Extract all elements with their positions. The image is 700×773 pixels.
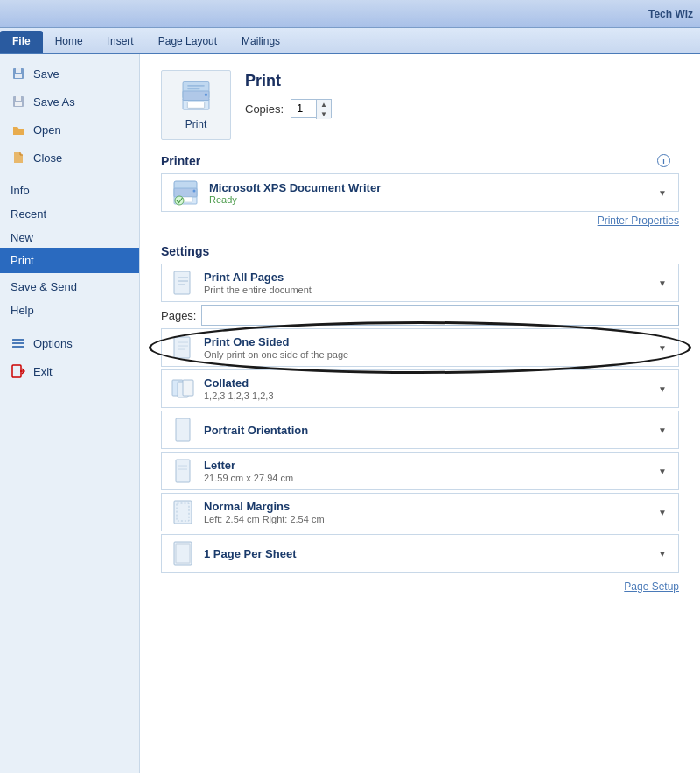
svg-rect-4: [16, 96, 21, 101]
tab-home[interactable]: Home: [43, 31, 95, 53]
pages-per-sheet-icon: [171, 541, 195, 566]
tab-mailings[interactable]: Mailings: [229, 31, 292, 53]
settings-row-pages-per-sheet[interactable]: 1 Page Per Sheet ▼: [161, 534, 679, 573]
portrait-dropdown[interactable]: ▼: [655, 423, 669, 437]
svg-rect-16: [187, 85, 204, 87]
letter-dropdown[interactable]: ▼: [655, 464, 669, 478]
settings-row-print-all-pages[interactable]: Print All Pages Print the entire documen…: [161, 264, 679, 302]
content-area: Print Print Copies: 1 ▲ ▼: [140, 54, 700, 773]
portrait-info: Portrait Orientation: [204, 424, 647, 437]
svg-rect-17: [187, 88, 200, 89]
svg-rect-41: [174, 542, 192, 565]
tab-insert[interactable]: Insert: [95, 31, 146, 53]
tab-page-layout[interactable]: Page Layout: [146, 31, 229, 53]
sidebar-item-save-label: Save: [33, 67, 60, 81]
copies-value: 1: [291, 100, 316, 117]
pages-per-sheet-dropdown[interactable]: ▼: [655, 546, 669, 560]
pages-input[interactable]: [201, 305, 679, 326]
print-one-sided-info: Print One Sided Only print on one side o…: [204, 335, 647, 360]
margins-icon: [171, 500, 195, 524]
collated-info: Collated 1,2,3 1,2,3 1,2,3: [204, 376, 647, 401]
svg-rect-1: [16, 68, 21, 73]
sidebar-item-exit-label: Exit: [33, 365, 52, 378]
print-one-sided-dropdown[interactable]: ▼: [655, 341, 669, 355]
copies-spinner: ▲ ▼: [316, 100, 331, 119]
settings-row-letter[interactable]: Letter 21.59 cm x 27.94 cm ▼: [161, 452, 679, 490]
pages-row: Pages:: [161, 305, 679, 326]
pages-per-sheet-info: 1 Page Per Sheet: [204, 547, 647, 560]
sidebar-item-save[interactable]: Save: [0, 60, 139, 88]
sidebar-item-exit[interactable]: Exit: [0, 357, 139, 385]
svg-rect-36: [176, 460, 190, 482]
sidebar-item-new[interactable]: New: [0, 224, 139, 248]
copies-decrement[interactable]: ▼: [317, 109, 331, 119]
sidebar-item-recent[interactable]: Recent: [0, 200, 139, 224]
sidebar-item-save-send[interactable]: Save & Send: [0, 273, 139, 297]
doc-icon: [171, 271, 195, 295]
printer-dropdown-arrow[interactable]: ▼: [655, 186, 669, 200]
printer-info-icon[interactable]: i: [657, 154, 670, 167]
print-one-sided-subtitle: Only print on one side of the page: [204, 349, 647, 360]
svg-rect-28: [174, 337, 190, 358]
sidebar-item-help[interactable]: Help: [0, 297, 139, 320]
svg-rect-2: [15, 74, 22, 78]
svg-point-15: [205, 94, 208, 97]
tab-file[interactable]: File: [0, 31, 43, 53]
printer-status: Ready: [209, 194, 647, 205]
printer-row[interactable]: Microsoft XPS Document Writer Ready ▼: [161, 173, 679, 212]
settings-row-print-one-sided[interactable]: Print One Sided Only print on one side o…: [161, 328, 679, 367]
print-header: Print Print Copies: 1 ▲ ▼: [161, 70, 679, 140]
letter-subtitle: 21.59 cm x 27.94 cm: [204, 473, 647, 483]
save-as-icon: [10, 94, 26, 109]
svg-rect-24: [174, 271, 190, 294]
print-all-pages-info: Print All Pages Print the entire documen…: [204, 271, 647, 295]
title-bar-text: Tech Wiz: [648, 8, 693, 20]
one-sided-icon: [171, 335, 195, 360]
print-title: Print: [245, 72, 332, 90]
print-button-label: Print: [186, 118, 207, 130]
sidebar-item-info[interactable]: Info: [0, 177, 139, 200]
pages-label: Pages:: [161, 309, 196, 322]
print-one-sided-title: Print One Sided: [204, 335, 647, 348]
svg-rect-35: [176, 418, 190, 441]
settings-section-header: Settings: [161, 244, 679, 258]
margins-subtitle: Left: 2.54 cm Right: 2.54 cm: [204, 514, 647, 524]
copies-increment[interactable]: ▲: [317, 100, 331, 109]
print-copies-section: Print Copies: 1 ▲ ▼: [245, 70, 332, 118]
sidebar-item-print[interactable]: Print: [0, 248, 139, 273]
svg-point-22: [193, 190, 196, 193]
collated-dropdown[interactable]: ▼: [655, 382, 669, 396]
svg-rect-34: [183, 380, 193, 396]
settings-row-portrait[interactable]: Portrait Orientation ▼: [161, 411, 679, 449]
printer-small-icon: [171, 179, 200, 206]
sidebar-item-close[interactable]: Close: [0, 144, 139, 172]
sidebar-item-open[interactable]: Open: [0, 116, 139, 144]
print-all-pages-dropdown[interactable]: ▼: [655, 276, 669, 290]
letter-icon: [171, 459, 195, 483]
sidebar-item-print-label: Print: [10, 254, 34, 267]
portrait-icon: [171, 418, 195, 442]
printer-properties-link[interactable]: Printer Properties: [161, 212, 679, 232]
margins-title: Normal Margins: [204, 500, 647, 513]
letter-info: Letter 21.59 cm x 27.94 cm: [204, 459, 647, 483]
print-all-pages-title: Print All Pages: [204, 271, 647, 284]
margins-dropdown[interactable]: ▼: [655, 505, 669, 519]
save-icon: [10, 66, 26, 81]
sidebar-item-save-as-label: Save As: [33, 95, 75, 109]
ribbon-tabs: File Home Insert Page Layout Mailings: [0, 28, 700, 54]
svg-rect-8: [12, 346, 24, 348]
print-button[interactable]: Print: [161, 70, 231, 140]
copies-row: Copies: 1 ▲ ▼: [245, 99, 332, 118]
exit-icon: [10, 363, 26, 379]
sidebar: Save Save As Open Close Info: [0, 54, 140, 773]
page-setup-link[interactable]: Page Setup: [161, 575, 679, 593]
main-layout: Save Save As Open Close Info: [0, 54, 700, 773]
svg-rect-14: [187, 102, 204, 108]
settings-row-collated[interactable]: Collated 1,2,3 1,2,3 1,2,3 ▼: [161, 369, 679, 408]
sidebar-item-save-as[interactable]: Save As: [0, 88, 139, 116]
copies-input-container: 1 ▲ ▼: [290, 99, 332, 118]
sidebar-item-options[interactable]: Options: [0, 329, 139, 357]
svg-rect-7: [12, 342, 24, 344]
collated-title: Collated: [204, 376, 647, 390]
settings-row-margins[interactable]: Normal Margins Left: 2.54 cm Right: 2.54…: [161, 493, 679, 531]
